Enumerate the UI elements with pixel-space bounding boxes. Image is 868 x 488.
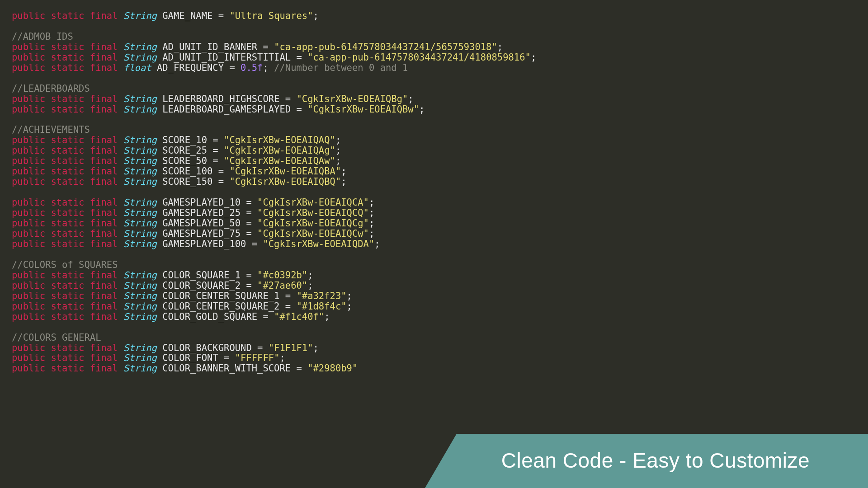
- code-line: public static final float AD_FREQUENCY =…: [12, 63, 868, 73]
- code-line: //LEADERBOARDS: [12, 84, 868, 94]
- code-line: [12, 249, 868, 260]
- code-line: public static final String SCORE_50 = "C…: [12, 156, 868, 166]
- code-line: public static final String GAMESPLAYED_1…: [12, 239, 868, 249]
- promo-banner-text: Clean Code - Easy to Customize: [501, 449, 810, 473]
- code-line: public static final String COLOR_BANNER_…: [12, 363, 868, 374]
- code-line: public static final String LEADERBOARD_G…: [12, 104, 868, 115]
- code-line: public static final String SCORE_100 = "…: [12, 166, 868, 177]
- code-line: public static final String GAMESPLAYED_5…: [12, 218, 868, 229]
- code-line: [12, 322, 868, 333]
- code-line: public static final String SCORE_25 = "C…: [12, 145, 868, 156]
- code-line: [12, 21, 868, 32]
- code-line: //ADMOB IDS: [12, 32, 868, 42]
- code-line: public static final String COLOR_SQUARE_…: [12, 281, 868, 291]
- code-line: public static final String AD_UNIT_ID_IN…: [12, 52, 868, 63]
- code-line: public static final String COLOR_CENTER_…: [12, 291, 868, 301]
- code-line: public static final String AD_UNIT_ID_BA…: [12, 42, 868, 52]
- code-line: [12, 187, 868, 197]
- code-line: //COLORS of SQUARES: [12, 260, 868, 270]
- code-line: public static final String GAMESPLAYED_2…: [12, 208, 868, 218]
- code-line: [12, 73, 868, 84]
- code-line: public static final String SCORE_10 = "C…: [12, 135, 868, 145]
- code-line: [12, 115, 868, 125]
- code-editor-view: public static final String GAME_NAME = "…: [12, 11, 868, 374]
- code-line: public static final String COLOR_GOLD_SQ…: [12, 312, 868, 322]
- code-line: public static final String COLOR_BACKGRO…: [12, 343, 868, 353]
- code-line: //ACHIEVEMENTS: [12, 125, 868, 135]
- code-line: public static final String GAMESPLAYED_1…: [12, 197, 868, 208]
- code-line: public static final String GAMESPLAYED_7…: [12, 229, 868, 239]
- code-line: //COLORS GENERAL: [12, 333, 868, 343]
- code-line: public static final String GAME_NAME = "…: [12, 11, 868, 21]
- code-line: public static final String SCORE_150 = "…: [12, 177, 868, 187]
- code-line: public static final String COLOR_SQUARE_…: [12, 270, 868, 281]
- code-line: public static final String COLOR_CENTER_…: [12, 301, 868, 312]
- code-line: public static final String LEADERBOARD_H…: [12, 94, 868, 104]
- code-line: public static final String COLOR_FONT = …: [12, 353, 868, 363]
- promo-banner: Clean Code - Easy to Customize: [425, 434, 868, 488]
